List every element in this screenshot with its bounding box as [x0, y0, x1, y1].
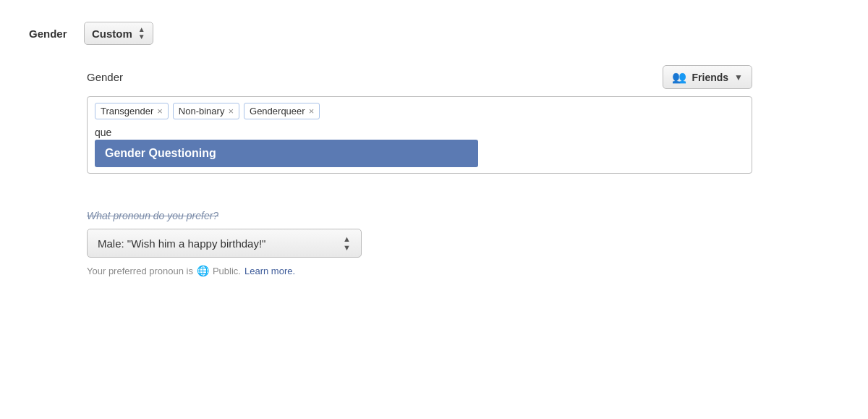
pronoun-select[interactable]: Male: "Wish him a happy birthday!" ▲ ▼: [87, 229, 362, 258]
section-gender-label: Gender: [87, 71, 123, 83]
pronoun-arrow-up-icon: ▲: [343, 234, 351, 243]
tag-transgender: Transgender ×: [95, 103, 169, 119]
pronoun-visibility: Public.: [213, 266, 241, 276]
tag-genderqueer-label: Genderqueer: [250, 106, 305, 117]
tag-input-text[interactable]: que: [95, 125, 744, 140]
tag-nonbinary-label: Non-binary: [179, 106, 225, 117]
gender-section: Gender 👥 Friends ▼ Transgender × Non-bin…: [87, 65, 752, 276]
tag-nonbinary: Non-binary ×: [173, 103, 239, 119]
gender-select-arrows: ▲ ▼: [138, 26, 145, 41]
pronoun-note-before: Your preferred pronoun is: [87, 266, 193, 276]
learn-more-link[interactable]: Learn more.: [244, 266, 295, 276]
top-gender-label: Gender: [29, 27, 72, 40]
pronoun-arrow-down-icon: ▼: [343, 243, 351, 252]
pronoun-section: What pronoun do you prefer? Male: "Wish …: [87, 210, 752, 276]
friends-button[interactable]: 👥 Friends ▼: [663, 65, 752, 89]
pronoun-select-row: Male: "Wish him a happy birthday!" ▲ ▼: [87, 229, 752, 258]
globe-icon: 🌐: [197, 265, 209, 276]
dropdown-item-gender-questioning[interactable]: Gender Questioning: [95, 140, 478, 167]
tag-genderqueer: Genderqueer ×: [244, 103, 320, 119]
pronoun-label: What pronoun do you prefer?: [87, 210, 752, 221]
gender-select[interactable]: Custom ▲ ▼: [84, 22, 153, 45]
section-header: Gender 👥 Friends ▼: [87, 65, 752, 89]
pronoun-select-arrows: ▲ ▼: [343, 234, 351, 252]
friends-button-label: Friends: [692, 72, 729, 83]
chevron-down-icon: ▼: [734, 72, 743, 82]
tag-transgender-label: Transgender: [101, 106, 153, 117]
gender-select-value: Custom: [92, 27, 132, 40]
tags-row: Transgender × Non-binary × Genderqueer ×: [95, 103, 744, 119]
pronoun-note: Your preferred pronoun is 🌐 Public. Lear…: [87, 265, 752, 276]
gender-tags-input[interactable]: Transgender × Non-binary × Genderqueer ×…: [87, 96, 752, 174]
tag-transgender-remove[interactable]: ×: [157, 106, 163, 116]
tag-nonbinary-remove[interactable]: ×: [228, 106, 234, 116]
pronoun-select-value: Male: "Wish him a happy birthday!": [98, 237, 265, 250]
arrow-down-icon: ▼: [138, 33, 145, 41]
tag-genderqueer-remove[interactable]: ×: [309, 106, 315, 116]
people-icon: 👥: [672, 70, 686, 84]
dropdown-suggestion: Gender Questioning: [95, 140, 744, 167]
